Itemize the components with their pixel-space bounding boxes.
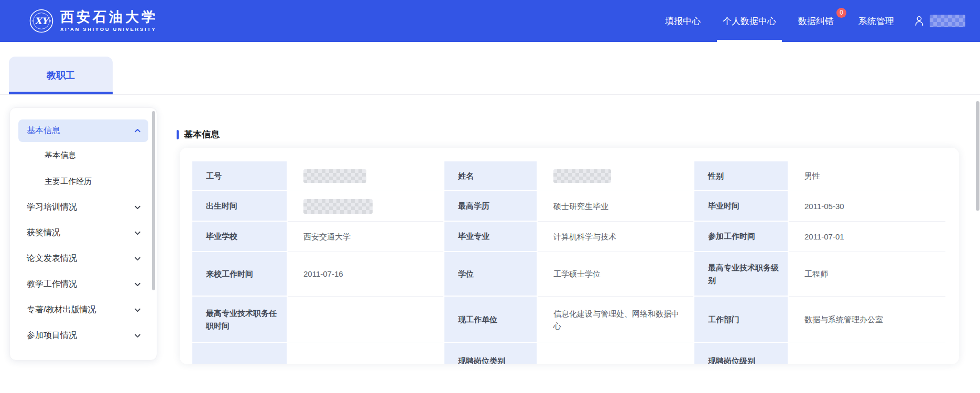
field-label-name: 姓名 bbox=[444, 161, 537, 191]
field-value-work-department: 数据与系统管理办公室 bbox=[789, 297, 945, 343]
page-content: 基本信息 基本信息 主要工作经历 学习培训情况 获奖情况 论文发表情况 bbox=[0, 95, 980, 392]
university-name-cn: 西安石油大学 bbox=[60, 10, 158, 24]
redacted-value bbox=[553, 169, 611, 183]
university-seal-icon: XY bbox=[29, 9, 53, 33]
field-label-employee-id: 工号 bbox=[192, 161, 287, 191]
field-label-title-appointment-date: 最高专业技术职务任职时间 bbox=[192, 297, 287, 343]
chevron-down-icon bbox=[134, 230, 141, 236]
sidebar-item-papers[interactable]: 论文发表情况 bbox=[18, 246, 148, 271]
chevron-down-icon bbox=[134, 332, 141, 339]
user-icon bbox=[913, 15, 925, 27]
field-label-empty bbox=[192, 343, 287, 364]
field-label-birth-date: 出生时间 bbox=[192, 191, 287, 222]
sidebar-subitem-basic-info[interactable]: 基本信息 bbox=[18, 142, 148, 168]
university-name-en: XI'AN SHIYOU UNIVERSITY bbox=[60, 26, 158, 32]
chevron-down-icon bbox=[134, 281, 141, 288]
notification-badge: 0 bbox=[836, 8, 846, 18]
nav-item-data-correction[interactable]: 数据纠错 0 bbox=[787, 0, 847, 42]
field-value-employee-id bbox=[288, 161, 443, 191]
section-heading-accent-bar bbox=[177, 130, 179, 139]
tab-active-underline bbox=[9, 92, 113, 94]
top-nav: 填报中心 个人数据中心 数据纠错 0 系统管理 bbox=[654, 0, 965, 42]
field-label-current-post-level: 现聘岗位级别 bbox=[694, 343, 788, 364]
redacted-value bbox=[303, 199, 373, 214]
field-value-birth-date bbox=[288, 191, 443, 222]
sidebar-item-basic-info-group[interactable]: 基本信息 bbox=[18, 119, 148, 142]
nav-item-fill-center[interactable]: 填报中心 bbox=[654, 0, 712, 42]
svg-text:XY: XY bbox=[35, 16, 50, 26]
field-value-current-work-unit: 信息化建设与管理处、网络和数据中心 bbox=[538, 297, 693, 343]
section-title: 基本信息 bbox=[184, 128, 220, 140]
field-value-title-appointment-date bbox=[288, 297, 443, 343]
field-value-degree: 工学硕士学位 bbox=[538, 252, 693, 297]
field-value-highest-professional-title-level: 工程师 bbox=[789, 252, 945, 297]
field-label-graduation-school: 毕业学校 bbox=[192, 222, 287, 252]
sidebar-item-projects[interactable]: 参加项目情况 bbox=[18, 323, 148, 348]
chevron-down-icon bbox=[134, 307, 141, 313]
field-label-highest-professional-title-level: 最高专业技术职务级别 bbox=[694, 252, 788, 297]
basic-info-card: 工号 姓名 性别 男性 出生时间 最高学历 硕士研究生毕业 毕业时间 2011-… bbox=[180, 148, 959, 364]
chevron-up-icon bbox=[134, 127, 141, 134]
field-value-highest-education: 硕士研究生毕业 bbox=[538, 191, 693, 222]
field-label-work-start-date: 参加工作时间 bbox=[694, 222, 788, 252]
page-scrollbar-thumb[interactable] bbox=[976, 101, 979, 211]
section-heading: 基本信息 bbox=[177, 128, 220, 140]
chevron-down-icon bbox=[134, 204, 141, 211]
app-header: XY 西安石油大学 XI'AN SHIYOU UNIVERSITY 填报中心 个… bbox=[0, 0, 980, 42]
nav-item-system-management[interactable]: 系统管理 bbox=[847, 0, 905, 42]
field-label-current-work-unit: 现工作单位 bbox=[444, 297, 537, 343]
field-value-graduation-school: 西安交通大学 bbox=[288, 222, 443, 252]
sidebar-scrollbar-thumb[interactable] bbox=[152, 111, 155, 290]
field-value-name bbox=[538, 161, 693, 191]
sidebar-item-monographs-textbooks[interactable]: 专著/教材出版情况 bbox=[18, 297, 148, 323]
basic-info-table: 工号 姓名 性别 男性 出生时间 最高学历 硕士研究生毕业 毕业时间 2011-… bbox=[192, 161, 945, 364]
field-value-current-post-category bbox=[538, 343, 693, 364]
redacted-value bbox=[303, 169, 366, 183]
field-label-gender: 性别 bbox=[694, 161, 788, 191]
university-logo: XY 西安石油大学 XI'AN SHIYOU UNIVERSITY bbox=[29, 9, 158, 33]
field-value-gender: 男性 bbox=[789, 161, 945, 191]
field-value-major: 计算机科学与技术 bbox=[538, 222, 693, 252]
redacted-username bbox=[930, 15, 965, 27]
nav-item-personal-data-center[interactable]: 个人数据中心 bbox=[712, 0, 787, 42]
sidebar-menu: 基本信息 基本信息 主要工作经历 学习培训情况 获奖情况 论文发表情况 bbox=[9, 107, 157, 361]
field-value-school-start-date: 2011-07-16 bbox=[288, 252, 443, 297]
sidebar-item-awards[interactable]: 获奖情况 bbox=[18, 220, 148, 246]
field-label-work-department: 工作部门 bbox=[694, 297, 788, 343]
field-value-current-post-level bbox=[789, 343, 945, 364]
field-label-graduation-date: 毕业时间 bbox=[694, 191, 788, 222]
field-value-graduation-date: 2011-05-30 bbox=[789, 191, 945, 222]
sidebar-subitem-work-history[interactable]: 主要工作经历 bbox=[18, 168, 148, 194]
sidebar-item-teaching-work[interactable]: 教学工作情况 bbox=[18, 271, 148, 297]
field-label-highest-education: 最高学历 bbox=[444, 191, 537, 222]
user-account[interactable] bbox=[913, 0, 965, 42]
field-value-work-start-date: 2011-07-01 bbox=[789, 222, 945, 252]
field-label-school-start-date: 来校工作时间 bbox=[192, 252, 287, 297]
chevron-down-icon bbox=[134, 255, 141, 262]
field-label-current-post-category: 现聘岗位类别 bbox=[444, 343, 537, 364]
field-label-degree: 学位 bbox=[444, 252, 537, 297]
tab-bar: 教职工 bbox=[0, 42, 980, 95]
field-label-major: 毕业专业 bbox=[444, 222, 537, 252]
field-value-empty bbox=[288, 343, 443, 364]
sidebar-item-study-training[interactable]: 学习培训情况 bbox=[18, 194, 148, 220]
tab-faculty-staff[interactable]: 教职工 bbox=[9, 57, 113, 94]
